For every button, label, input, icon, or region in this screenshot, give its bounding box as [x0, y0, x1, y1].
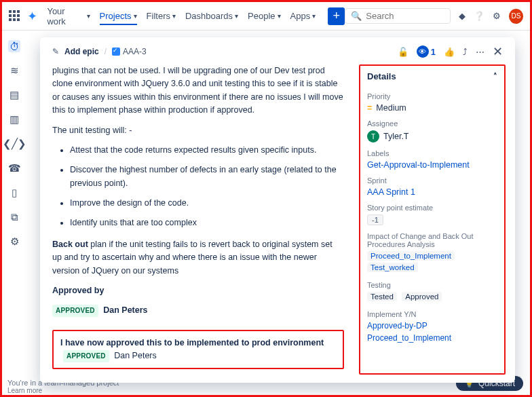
top-nav: ✦ Your work▾ Projects▾ Filters▾ Dashboar…: [2, 2, 530, 31]
impact-values[interactable]: Proceed_to_Implement Test_worked: [367, 251, 497, 274]
chevron-up-icon: ˄: [493, 72, 497, 81]
details-header[interactable]: Details ˄: [367, 71, 497, 86]
breadcrumb: ✎ Add epic / AAA-3: [52, 47, 147, 56]
implement-chip[interactable]: Approved-by-DP: [367, 321, 497, 330]
implement-chip[interactable]: Proceed_to_Implement: [367, 333, 497, 343]
approved-by-line: APPROVED Dan Peters: [52, 304, 344, 317]
backout-lead: Back out: [52, 240, 88, 249]
approval-callout: I have now approved this to be implement…: [52, 330, 344, 370]
testing-values[interactable]: Tested Approved: [367, 292, 497, 303]
impact-label: Impact of Change and Back Out Procedures…: [367, 232, 497, 248]
apps-switcher-icon[interactable]: [9, 10, 20, 22]
callout-author: Dan Peters: [114, 351, 157, 360]
approver-name: Dan Peters: [103, 305, 147, 315]
close-icon[interactable]: ✕: [493, 44, 503, 59]
approved-by-label: Approved by: [52, 284, 344, 297]
impact-chip[interactable]: Test_worked: [367, 263, 418, 272]
nav-projects[interactable]: Projects▾: [100, 11, 137, 25]
assignee-name: Tyler.T: [383, 132, 409, 141]
description-para-2: The unit testing will: -: [52, 124, 344, 137]
backout-para: Back out plan if the unit testing fails …: [52, 238, 344, 278]
watch-count: 1: [431, 47, 436, 57]
lock-icon[interactable]: 🔓: [398, 47, 408, 57]
details-panel: Details ˄ Priority = Medium Assignee T T…: [359, 64, 506, 375]
like-icon[interactable]: 👍: [444, 47, 455, 57]
sprint-value[interactable]: AAA Sprint 1: [367, 187, 497, 197]
bullet-item: Identify units that are too complex: [70, 216, 344, 229]
backout-rest: plan if the unit testing fails to is rev…: [52, 240, 332, 276]
search-input[interactable]: [366, 11, 440, 21]
sidebar-settings-icon[interactable]: ⚙: [8, 235, 20, 248]
sidebar-backlog-icon[interactable]: ≋: [8, 64, 20, 77]
testing-chip[interactable]: Tested: [367, 292, 397, 301]
modal-header-actions: 🔓 👁 1 👍 ⤴ ⋯ ✕: [398, 44, 503, 59]
issue-main-column: plugins that can not be used. I will be …: [52, 64, 355, 375]
more-actions-icon[interactable]: ⋯: [476, 47, 484, 57]
description-bullets: Attest that the code returns expected re…: [70, 144, 344, 230]
assignee-value[interactable]: T Tyler.T: [367, 130, 497, 143]
user-avatar[interactable]: DS: [509, 9, 523, 24]
implement-values[interactable]: Approved-by-DP Proceed_to_Implement: [367, 321, 497, 343]
left-sidebar: ⏱ ≋ ▤ ▥ ❮╱❯ ☎ ▯ ⧉ ⚙: [2, 31, 26, 395]
sidebar-code-icon[interactable]: ❮╱❯: [8, 138, 20, 150]
issue-key-link[interactable]: AAA-3: [112, 47, 147, 56]
approved-badge: APPROVED: [63, 350, 109, 362]
priority-medium-icon: =: [367, 103, 372, 113]
jira-logo-icon[interactable]: ✦: [27, 9, 37, 24]
nav-apps[interactable]: Apps▾: [290, 11, 316, 21]
story-points-value[interactable]: -1: [367, 214, 383, 225]
story-points-label: Story point estimate: [367, 204, 497, 212]
bullet-item: Improve the design of the code.: [70, 197, 344, 210]
assignee-avatar: T: [367, 130, 379, 143]
issue-key-text: AAA-3: [123, 47, 147, 56]
share-icon[interactable]: ⤴: [463, 47, 468, 57]
pencil-icon: ✎: [52, 47, 59, 56]
sidebar-roadmap-icon[interactable]: ⏱: [8, 40, 20, 52]
description-scroll[interactable]: plugins that can not be used. I will be …: [52, 64, 351, 375]
sidebar-board-icon[interactable]: ▤: [8, 89, 20, 101]
sidebar-board2-icon[interactable]: ▥: [8, 113, 20, 126]
add-epic-link[interactable]: Add epic: [64, 47, 99, 56]
priority-label: Priority: [367, 92, 497, 100]
assignee-label: Assignee: [367, 119, 497, 128]
nav-filters[interactable]: Filters▾: [147, 11, 176, 21]
watch-button[interactable]: 👁 1: [417, 45, 436, 58]
nav-people[interactable]: People▾: [248, 11, 280, 21]
bullet-item: Attest that the code returns expected re…: [70, 144, 344, 157]
issue-modal: ✎ Add epic / AAA-3 🔓 👁 1 👍 ⤴ ⋯ ✕ plugins…: [40, 37, 515, 383]
create-button[interactable]: +: [328, 7, 345, 25]
nav-dashboards[interactable]: Dashboards▾: [185, 11, 238, 21]
details-title: Details: [367, 71, 396, 81]
implement-label: Implement Y/N: [367, 310, 497, 318]
impact-chip[interactable]: Proceed_to_Implement: [367, 251, 455, 261]
callout-text: I have now approved this to be implement…: [60, 338, 324, 347]
testing-chip[interactable]: Approved: [402, 292, 442, 301]
issue-type-icon: [112, 48, 120, 56]
sidebar-pages-icon[interactable]: ▯: [8, 187, 20, 199]
search-icon: 🔍: [351, 11, 362, 21]
description-para-1: plugins that can not be used. I will be …: [52, 64, 344, 117]
approved-badge: APPROVED: [52, 305, 98, 317]
labels-value[interactable]: Get-Approval-to-Implement: [367, 160, 497, 170]
notifications-icon[interactable]: ◆: [459, 11, 466, 21]
settings-icon[interactable]: ⚙: [493, 11, 501, 21]
modal-header: ✎ Add epic / AAA-3 🔓 👁 1 👍 ⤴ ⋯ ✕: [40, 37, 515, 59]
sidebar-add-icon[interactable]: ⧉: [8, 211, 20, 223]
nav-your-work[interactable]: Your work▾: [47, 6, 90, 26]
sidebar-releases-icon[interactable]: ☎: [8, 162, 20, 174]
global-search[interactable]: 🔍: [345, 8, 450, 24]
priority-value[interactable]: = Medium: [367, 103, 497, 113]
testing-label: Testing: [367, 281, 497, 289]
bullet-item: Discover the highest number of defects i…: [70, 164, 344, 190]
eye-icon: 👁: [417, 45, 429, 58]
footer-learn-more[interactable]: Learn more: [7, 387, 119, 394]
help-icon[interactable]: ❔: [474, 11, 484, 21]
labels-label: Labels: [367, 149, 497, 157]
priority-text: Medium: [376, 103, 406, 113]
sprint-label: Sprint: [367, 176, 497, 185]
